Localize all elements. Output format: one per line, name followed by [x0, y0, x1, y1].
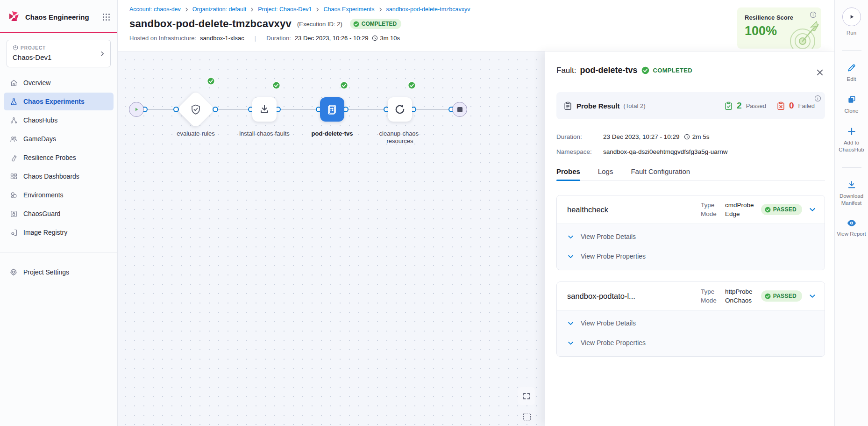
probe-card: healthcheck Type cmdProbe Mode Edge PASS…: [556, 195, 825, 270]
guard-lock-icon: [9, 209, 18, 218]
probe-status-badge: PASSED: [761, 290, 802, 302]
brand-divider: [0, 32, 117, 33]
probe-type-value: httpProbe: [725, 288, 753, 295]
rail-divider: [842, 51, 861, 51]
download-icon: [847, 180, 856, 189]
success-check-badge: [207, 77, 215, 85]
breadcrumb: Account: chaos-dev Organization: default…: [118, 0, 834, 13]
sidebar-item-overview[interactable]: Overview: [4, 74, 114, 92]
check-circle-icon: [353, 21, 359, 27]
pipeline-node-install-chaos-faults[interactable]: [252, 97, 277, 122]
chevron-down-icon[interactable]: [809, 206, 816, 213]
add-to-chaoshub-button[interactable]: Add to ChaosHub: [835, 127, 868, 153]
breadcrumb-experiment[interactable]: sandbox-pod-delete-tmzbcavxyv: [386, 6, 470, 13]
breadcrumb-chaos-experiments[interactable]: Chaos Experiments: [323, 6, 374, 13]
chevron-down-icon: [567, 339, 574, 347]
app-title: Chaos Engineering: [25, 13, 98, 21]
chevron-down-icon[interactable]: [809, 292, 816, 300]
run-button[interactable]: Run: [842, 7, 861, 36]
pipeline-node-cleanup-chaos-resources[interactable]: [388, 97, 412, 122]
pipeline-node-evaluate-rules[interactable]: [182, 96, 209, 123]
success-check-badge: [408, 81, 416, 89]
elapsed-time: 3m 10s: [380, 35, 400, 42]
chaos-logo-icon: [7, 10, 21, 23]
sidebar-item-environments[interactable]: Environments: [4, 186, 114, 204]
pipeline-end-node[interactable]: [452, 102, 467, 117]
sidebar-item-gamedays[interactable]: GameDays: [4, 130, 114, 148]
sidebar: Chaos Engineering PROJECT Chaos-Dev1 Ove…: [0, 0, 118, 426]
view-probe-details-link[interactable]: View Probe Details: [567, 313, 814, 333]
sidebar-item-label: Resilience Probes: [23, 154, 76, 161]
view-probe-properties-link[interactable]: View Probe Properties: [567, 246, 814, 266]
sidebar-item-project-settings[interactable]: Project Settings: [4, 263, 114, 281]
node-label: install-chaos-faults: [236, 130, 292, 137]
registry-gear-icon: [9, 228, 18, 237]
resilience-score-card: Resilience Score 100%: [737, 7, 821, 49]
tab-probes[interactable]: Probes: [556, 167, 580, 181]
failed-label: Failed: [798, 102, 815, 109]
probe-mode-label: Mode: [701, 297, 721, 304]
view-probe-details-link[interactable]: View Probe Details: [567, 227, 814, 246]
pipeline-start-node[interactable]: [129, 102, 144, 117]
sidebar-item-resilience-probes[interactable]: Resilience Probes: [4, 149, 114, 166]
logo-row: Chaos Engineering: [0, 0, 117, 32]
duration-label: Duration:: [556, 133, 603, 140]
selection-tool-button[interactable]: [520, 410, 534, 424]
info-icon[interactable]: [814, 95, 821, 102]
success-check-badge: [272, 81, 280, 89]
sidebar-item-chaosguard[interactable]: ChaosGuard: [4, 205, 114, 223]
node-label: evaluate-rules: [168, 130, 224, 137]
breadcrumb-account[interactable]: Account: chaos-dev: [129, 6, 181, 13]
check-circle-icon: [765, 293, 771, 299]
sidebar-item-chaos-dashboards[interactable]: Chaos Dashboards: [4, 167, 114, 185]
people-icon: [9, 135, 18, 143]
sidebar-item-image-registry[interactable]: Image Registry: [4, 224, 114, 241]
app-switcher-icon[interactable]: [103, 14, 110, 21]
clone-button[interactable]: Clone: [844, 95, 858, 115]
sidebar-item-chaos-experiments[interactable]: Chaos Experiments: [4, 93, 114, 110]
clipboard-x-icon: [777, 101, 785, 110]
probe-result-title: Probe Result: [576, 102, 620, 110]
fullscreen-button[interactable]: [518, 387, 535, 405]
check-circle-icon: [765, 207, 771, 213]
download-manifest-button[interactable]: Download Manifest: [835, 180, 868, 207]
chevron-right-icon: [184, 7, 189, 12]
fault-tabs: Probes Logs Fault Configuration: [556, 167, 825, 181]
failed-count: 0: [789, 101, 794, 111]
namespace-value: sandbox-qa-dszi0eehtmqgvdfsfg3a5g-uarnw: [603, 148, 727, 155]
close-icon[interactable]: [816, 68, 824, 77]
info-icon[interactable]: [810, 11, 817, 18]
project-label: PROJECT: [21, 45, 46, 51]
probe-status-badge: PASSED: [761, 204, 802, 215]
experiment-meta: Hosted on Infrastructure: sandbox-1-xlsa…: [118, 30, 834, 42]
project-selector[interactable]: PROJECT Chaos-Dev1: [7, 40, 111, 67]
copy-icon: [847, 95, 856, 104]
tab-logs[interactable]: Logs: [598, 167, 613, 181]
breadcrumb-organization[interactable]: Organization: default: [192, 6, 246, 13]
probe-name: sandbox-podtato-l...: [567, 292, 701, 301]
probe-mode-value: Edge: [725, 210, 754, 217]
probe-type-value: cmdProbe: [725, 202, 754, 209]
fault-status: COMPLETED: [653, 67, 692, 74]
tab-fault-configuration[interactable]: Fault Configuration: [631, 167, 690, 181]
chevron-down-icon: [567, 253, 574, 260]
clock-icon: [372, 35, 378, 41]
view-probe-properties-link[interactable]: View Probe Properties: [567, 333, 814, 353]
stop-icon: [452, 102, 467, 117]
success-check-badge: [340, 81, 348, 89]
execution-id: (Execution ID: 2): [297, 21, 342, 28]
flask-icon: [9, 97, 18, 106]
sidebar-item-label: ChaosHubs: [23, 116, 57, 124]
edit-button[interactable]: Edit: [847, 63, 856, 83]
pipeline-node-pod-delete-tvs[interactable]: [320, 97, 344, 122]
status-badge: COMPLETED: [350, 19, 401, 29]
sidebar-item-chaoshubs[interactable]: ChaosHubs: [4, 111, 114, 129]
breadcrumb-project[interactable]: Project: Chaos-Dev1: [258, 6, 312, 13]
install-download-icon: [259, 104, 270, 115]
fault-label: Fault:: [556, 66, 576, 75]
fault-name: pod-delete-tvs: [580, 65, 638, 75]
duration-value: 23 Dec 2023, 10:27 - 10:29: [603, 133, 680, 140]
home-icon: [9, 79, 18, 87]
infra-value: sandbox-1-xlsac: [200, 35, 244, 42]
view-report-button[interactable]: View Report: [837, 219, 866, 238]
